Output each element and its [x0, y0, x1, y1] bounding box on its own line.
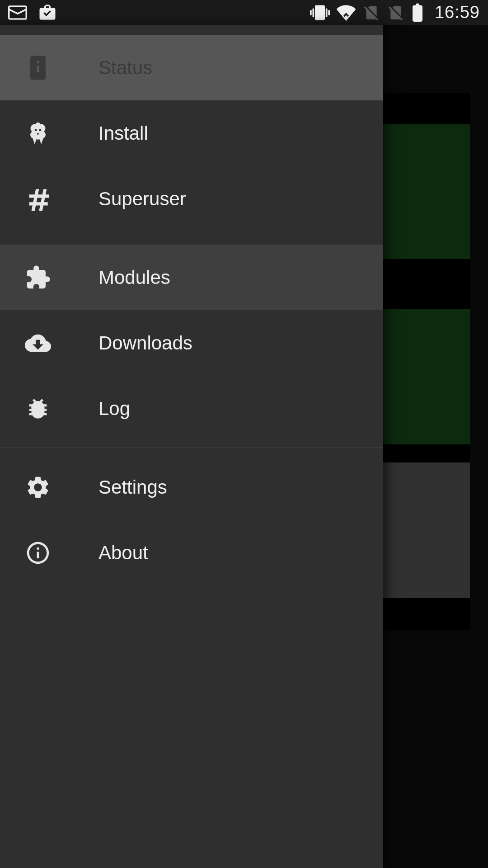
nav-item-label: Install — [99, 123, 148, 144]
mail-icon — [8, 3, 27, 22]
briefcase-check-icon — [38, 3, 57, 22]
nav-divider — [0, 448, 383, 448]
nav-item-label: Modules — [99, 267, 170, 288]
nav-item-label: Downloads — [99, 332, 192, 354]
nav-item-label: Settings — [99, 476, 167, 498]
hash-icon — [0, 186, 99, 212]
nav-item-label: Status — [99, 57, 152, 79]
wifi-icon — [336, 3, 356, 23]
nav-item-downloads[interactable]: Downloads — [0, 310, 383, 376]
nav-drawer: Status Install Superuser Modules Downloa… — [0, 25, 383, 868]
nav-divider — [0, 238, 383, 238]
nav-item-modules[interactable]: Modules — [0, 245, 383, 310]
device-info-icon — [0, 55, 99, 81]
gear-icon — [0, 474, 99, 500]
nav-item-superuser[interactable]: Superuser — [0, 166, 383, 231]
nav-item-label: Log — [99, 398, 130, 420]
cloud-download-icon — [0, 330, 99, 356]
nav-item-about[interactable]: About — [0, 520, 383, 585]
no-sim-icon — [362, 3, 380, 23]
nav-item-label: About — [99, 542, 148, 564]
vibrate-icon — [310, 3, 330, 23]
battery-icon — [411, 3, 424, 23]
clock: 16:59 — [435, 3, 480, 22]
nav-item-status[interactable]: Status — [0, 35, 383, 100]
bug-icon — [0, 396, 99, 422]
magisk-icon — [0, 120, 99, 146]
puzzle-icon — [0, 264, 99, 291]
nav-item-settings[interactable]: Settings — [0, 454, 383, 520]
nav-item-install[interactable]: Install — [0, 100, 383, 166]
nav-item-label: Superuser — [99, 188, 186, 210]
info-icon — [0, 540, 99, 566]
no-sim-icon-2 — [387, 3, 405, 23]
nav-item-log[interactable]: Log — [0, 376, 383, 441]
status-bar: 16:59 — [0, 0, 488, 25]
